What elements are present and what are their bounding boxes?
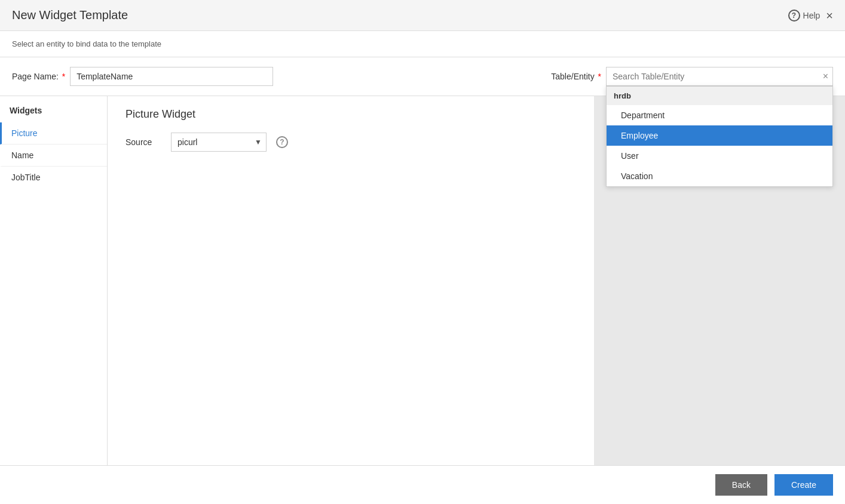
source-select[interactable]: picurl photo image	[171, 133, 267, 152]
dialog-title: New Widget Template	[12, 8, 128, 22]
dropdown-item-vacation[interactable]: Vacation	[607, 166, 832, 186]
dialog-footer: Back Create	[0, 465, 845, 504]
main-content: Picture Widget Source picurl photo image…	[108, 96, 594, 465]
dialog-header: New Widget Template ? Help ×	[0, 0, 845, 31]
back-button[interactable]: Back	[715, 474, 767, 496]
widget-item-name[interactable]: Name	[0, 145, 107, 167]
widget-item-picture[interactable]: Picture	[0, 122, 107, 145]
dropdown-group-hrdb: hrdb	[607, 87, 832, 105]
search-table-entity-input[interactable]	[606, 67, 833, 86]
required-star-entity: *	[598, 72, 601, 81]
entity-dropdown: hrdb Department Employee User Vacation	[606, 86, 833, 187]
page-name-label: Page Name: *	[12, 72, 65, 81]
search-input-wrapper: × hrdb Department Employee User Vacation	[606, 67, 833, 86]
table-entity-field: Table/Entity * × hrdb Department Employe…	[551, 67, 833, 86]
help-button[interactable]: ? Help	[788, 10, 820, 21]
new-widget-dialog: New Widget Template ? Help × Select an e…	[0, 0, 845, 504]
create-button[interactable]: Create	[774, 474, 833, 496]
header-right: ? Help ×	[788, 10, 833, 21]
required-star-name: *	[62, 72, 65, 81]
dropdown-item-user[interactable]: User	[607, 146, 832, 166]
widgets-sidebar: Widgets Picture Name JobTitle	[0, 96, 108, 465]
help-label: Help	[803, 11, 820, 20]
search-clear-button[interactable]: ×	[823, 71, 828, 82]
dropdown-item-employee[interactable]: Employee	[607, 125, 832, 146]
dropdown-item-department[interactable]: Department	[607, 105, 832, 125]
source-row: Source picurl photo image ▼ ?	[125, 133, 576, 152]
source-select-wrapper: picurl photo image ▼	[171, 133, 267, 152]
dialog-subtitle: Select an entity to bind data to the tem…	[0, 31, 845, 57]
widget-panel-title: Picture Widget	[125, 108, 576, 121]
form-row: Page Name: * Table/Entity * × hrdb Depar…	[0, 57, 845, 96]
source-label: Source	[125, 137, 161, 147]
widgets-section-title: Widgets	[0, 106, 107, 122]
widget-item-jobtitle[interactable]: JobTitle	[0, 167, 107, 188]
help-circle-icon: ?	[788, 10, 800, 21]
close-button[interactable]: ×	[826, 10, 833, 21]
page-name-input[interactable]	[70, 67, 273, 86]
source-help-icon[interactable]: ?	[276, 136, 288, 148]
table-entity-label: Table/Entity *	[551, 72, 601, 81]
page-name-field: Page Name: *	[12, 67, 273, 86]
